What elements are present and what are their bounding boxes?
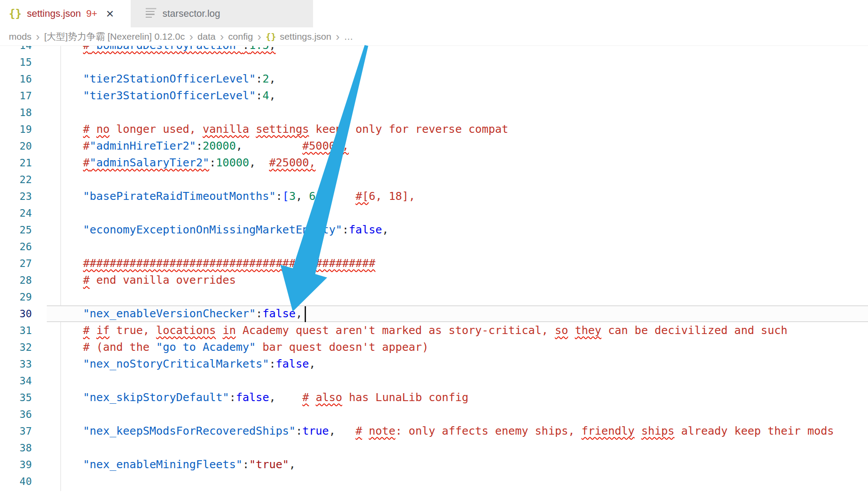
code-text: "nex_enableVersionChecker":false, — [83, 305, 306, 322]
code-token: bar quest doesn't appear) — [256, 341, 428, 353]
tab-settings-json[interactable]: {} settings.json 9+ × — [0, 0, 128, 27]
code-token: , — [269, 72, 275, 85]
line-number[interactable]: 34 — [0, 372, 32, 389]
line-number[interactable]: 25 — [0, 222, 32, 238]
code-token: : — [276, 190, 283, 203]
code-text: "tier3StationOfficerLevel":4, — [83, 87, 276, 104]
line-number[interactable]: 14 — [0, 46, 32, 54]
breadcrumb-item[interactable]: … — [344, 31, 353, 42]
code-line-19[interactable]: 19# no longer used, vanilla settings kee… — [0, 121, 868, 138]
code-line-34[interactable]: 34 — [0, 372, 868, 389]
code-line-24[interactable]: 24 — [0, 205, 868, 222]
line-number[interactable]: 28 — [0, 272, 32, 289]
code-token: 4 — [262, 89, 269, 102]
code-line-35[interactable]: 35"nex_skipStoryDefault":false, # also h… — [0, 389, 868, 406]
code-token: : — [256, 89, 262, 102]
code-text: "nex_keepSModsForRecoveredShips":true, #… — [83, 423, 834, 439]
code-line-36[interactable]: 36 — [0, 406, 868, 423]
code-line-38[interactable]: 38 — [0, 439, 868, 456]
line-number[interactable]: 35 — [0, 389, 32, 406]
code-line-27[interactable]: 27######################################… — [0, 255, 868, 272]
code-line-29[interactable]: 29 — [0, 289, 868, 305]
code-line-30[interactable]: 30"nex_enableVersionChecker":false, — [0, 305, 868, 322]
line-number[interactable]: 16 — [0, 71, 32, 87]
text-cursor — [305, 306, 306, 322]
code-token: vanilla — [203, 123, 249, 135]
code-token: true, — [109, 324, 156, 337]
line-number[interactable]: 21 — [0, 154, 32, 171]
code-token: # — [302, 391, 309, 404]
code-token: : — [256, 72, 262, 85]
code-line-18[interactable]: 18 — [0, 104, 868, 121]
code-line-31[interactable]: 31# if true, locations in Academy quest … — [0, 322, 868, 339]
code-line-20[interactable]: 20#"adminHireTier2":20000, #50000, — [0, 138, 868, 154]
line-number[interactable]: 39 — [0, 456, 32, 473]
code-line-22[interactable]: 22 — [0, 171, 868, 188]
code-token: : — [256, 307, 262, 320]
code-editor[interactable]: 14#"bombardDestroyFaction":1.5,1516"tier… — [0, 46, 868, 491]
code-line-28[interactable]: 28# end vanilla overrides — [0, 272, 868, 289]
code-line-17[interactable]: 17"tier3StationOfficerLevel":4, — [0, 87, 868, 104]
close-icon[interactable]: × — [106, 7, 114, 20]
line-number[interactable]: 33 — [0, 356, 32, 372]
breadcrumb-item[interactable]: data — [197, 31, 215, 42]
breadcrumb-item[interactable]: [大型]势力争霸 [Nexerelin] 0.12.0c — [44, 30, 185, 43]
code-line-23[interactable]: 23"basePirateRaidTimeoutMonths":[3, 6], … — [0, 188, 868, 205]
code-token: true — [302, 424, 329, 437]
code-line-26[interactable]: 26 — [0, 238, 868, 255]
line-number[interactable]: 27 — [0, 255, 32, 272]
line-number[interactable]: 38 — [0, 439, 32, 456]
code-token: "adminSalaryTier2" — [90, 156, 209, 169]
code-line-16[interactable]: 16"tier2StationOfficerLevel":2, — [0, 71, 868, 87]
code-line-25[interactable]: 25"economyExceptionOnMissingMarketEntity… — [0, 222, 868, 238]
code-line-40[interactable]: 40 — [0, 473, 868, 490]
code-line-33[interactable]: 33"nex_noStoryCriticalMarkets":false, — [0, 356, 868, 372]
line-number[interactable]: 18 — [0, 104, 32, 121]
code-token: # — [83, 324, 90, 337]
code-token — [256, 156, 269, 169]
line-number[interactable]: 19 — [0, 121, 32, 138]
breadcrumb-item[interactable]: {}settings.json — [266, 31, 332, 42]
line-number[interactable]: 15 — [0, 54, 32, 71]
code-token: : — [209, 156, 216, 169]
code-token: : — [196, 139, 203, 152]
code-token — [634, 424, 641, 437]
code-token: ########################################… — [83, 257, 375, 270]
code-token: : — [242, 458, 249, 471]
code-token: "tier2StationOfficerLevel" — [83, 72, 256, 85]
code-token: already keep their mods — [675, 424, 834, 437]
line-number[interactable]: 29 — [0, 289, 32, 305]
line-number[interactable]: 23 — [0, 188, 32, 205]
code-token: , — [289, 458, 296, 471]
breadcrumb-item[interactable]: mods — [9, 31, 31, 42]
code-line-21[interactable]: 21#"adminSalaryTier2":10000, #25000, — [0, 154, 868, 171]
code-token: , — [382, 223, 389, 236]
code-line-32[interactable]: 32# (and the "go to Academy" bar quest d… — [0, 339, 868, 356]
line-number[interactable]: 31 — [0, 322, 32, 339]
code-token: #[ — [355, 190, 369, 203]
line-number[interactable]: 26 — [0, 238, 32, 255]
code-line-15[interactable]: 15 — [0, 54, 868, 71]
tab-starsector-log[interactable]: starsector.log — [131, 0, 313, 27]
line-number[interactable]: 37 — [0, 423, 32, 439]
code-line-39[interactable]: 39"nex_enableMiningFleets":"true", — [0, 456, 868, 473]
line-number[interactable]: 20 — [0, 138, 32, 154]
line-number[interactable]: 36 — [0, 406, 32, 423]
code-token: "nex_enableMiningFleets" — [83, 458, 242, 471]
code-token — [336, 424, 355, 437]
line-number[interactable]: 32 — [0, 339, 32, 356]
line-number[interactable]: 30 — [0, 305, 32, 322]
line-number[interactable]: 17 — [0, 87, 32, 104]
code-line-14[interactable]: 14#"bombardDestroyFaction":1.5, — [0, 46, 868, 54]
code-line-37[interactable]: 37"nex_keepSModsForRecoveredShips":true,… — [0, 423, 868, 439]
code-token: "true" — [249, 458, 289, 471]
breadcrumb-label: [大型]势力争霸 [Nexerelin] 0.12.0c — [44, 31, 185, 41]
chevron-right-icon: › — [336, 31, 340, 42]
code-token: ships — [641, 424, 674, 437]
line-number[interactable]: 22 — [0, 171, 32, 188]
code-token: : only affects enemy ships, — [395, 424, 581, 437]
line-number[interactable]: 24 — [0, 205, 32, 222]
breadcrumb-item[interactable]: config — [228, 31, 253, 42]
line-number[interactable]: 40 — [0, 473, 32, 490]
code-token: : — [229, 391, 236, 404]
